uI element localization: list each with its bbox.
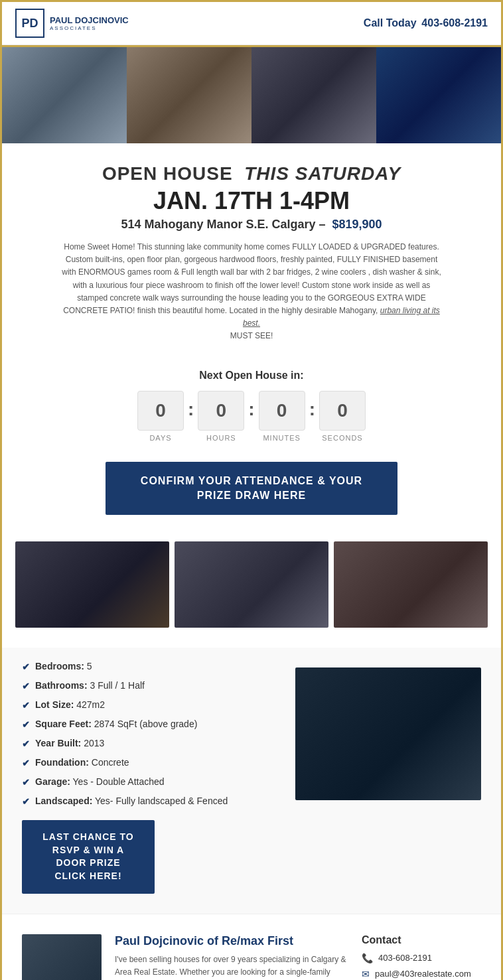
logo-name: Paul Dojcinovic xyxy=(50,15,129,26)
feature-year: ✔ Year Built: 2013 xyxy=(22,738,282,749)
photo-3 xyxy=(252,47,376,143)
check-icon-5: ✔ xyxy=(22,738,30,749)
check-icon-7: ✔ xyxy=(22,777,30,788)
interior-photo-1 xyxy=(15,541,169,628)
call-label: Call Today xyxy=(364,17,417,29)
contact-email: ✉ paul@403realestate.com xyxy=(362,969,481,979)
email-icon: ✉ xyxy=(362,969,370,979)
must-see: MUST SEE! xyxy=(230,331,273,340)
rsvp-button[interactable]: LAST CHANCE TO RSVP & WIN A DOOR PRIZE C… xyxy=(22,820,155,893)
days-label: DAYS xyxy=(149,434,171,442)
header: PD Paul Dojcinovic Associates Call Today… xyxy=(2,2,501,45)
feature-lot-size: ✔ Lot Size: 427m2 xyxy=(22,699,282,711)
interior-photos xyxy=(2,535,501,648)
interior-photo-3 xyxy=(334,541,488,628)
logo-area: PD Paul Dojcinovic Associates xyxy=(15,9,129,38)
contact-phone: 📞 403-608-2191 xyxy=(362,953,481,963)
agent-info: Paul Dojcinovic of Re/max First I've bee… xyxy=(115,934,348,980)
check-icon-2: ✔ xyxy=(22,681,30,691)
countdown-title: Next Open House in: xyxy=(2,370,501,382)
contact-title: Contact xyxy=(362,934,481,946)
feature-bathrooms: ✔ Bathrooms: 3 Full / 1 Half xyxy=(22,680,282,691)
open-house-title: OPEN HOUSE THIS SATURDAY xyxy=(15,163,488,184)
logo-box: PD xyxy=(15,9,44,38)
minutes-value: 0 xyxy=(259,391,305,431)
phone-icon: 📞 xyxy=(362,953,373,963)
contact-email-address[interactable]: paul@403realestate.com xyxy=(375,969,471,979)
logo-letter: PD xyxy=(21,17,38,31)
check-icon-1: ✔ xyxy=(22,662,30,672)
this-saturday: THIS SATURDAY xyxy=(244,163,401,184)
minutes-box: 0 MINUTES xyxy=(259,391,305,442)
agent-section: Paul Dojcinovic of Re/max First I've bee… xyxy=(2,914,501,980)
countdown-section: Next Open House in: 0 DAYS : 0 HouRS : 0… xyxy=(2,356,501,449)
photo-4 xyxy=(376,47,501,143)
header-phone[interactable]: 403-608-2191 xyxy=(421,17,488,29)
hours-value: 0 xyxy=(198,391,244,431)
logo-subtitle: Associates xyxy=(50,25,129,31)
seconds-value: 0 xyxy=(319,391,366,431)
features-section: ✔ Bedrooms: 5 ✔ Bathrooms: 3 Full / 1 Ha… xyxy=(2,648,501,913)
agent-name: Paul Dojcinovic of Re/max First xyxy=(115,934,348,948)
feature-landscaped: ✔ Landscaped: Yes- Fully landscaped & Fe… xyxy=(22,796,282,807)
check-icon-4: ✔ xyxy=(22,719,30,730)
feature-property-photo xyxy=(295,667,481,800)
feature-bedrooms: ✔ Bedrooms: 5 xyxy=(22,661,282,672)
contact-section: Contact 📞 403-608-2191 ✉ paul@403realest… xyxy=(362,934,481,980)
hours-label: HouRS xyxy=(206,434,236,442)
feature-foundation: ✔ Foundation: Concrete xyxy=(22,757,282,768)
contact-phone-number[interactable]: 403-608-2191 xyxy=(378,953,432,963)
call-today: Call Today 403-608-2191 xyxy=(364,17,488,29)
seconds-box: 0 SECONDS xyxy=(319,391,366,442)
check-icon-6: ✔ xyxy=(22,758,30,768)
check-icon-8: ✔ xyxy=(22,796,30,807)
property-address: 514 Mahogany Manor S.E. Calgary – $819,9… xyxy=(15,218,488,232)
agent-photo xyxy=(22,934,102,980)
feature-sqft: ✔ Square Feet: 2874 SqFt (above grade) xyxy=(22,719,282,730)
days-value: 0 xyxy=(137,391,184,431)
hero-section: OPEN HOUSE THIS SATURDAY JAN. 17th 1-4PM… xyxy=(2,143,501,356)
days-box: 0 DAYS xyxy=(137,391,184,442)
check-icon-3: ✔ xyxy=(22,700,30,711)
event-date: JAN. 17th 1-4PM xyxy=(15,187,488,215)
photo-1 xyxy=(2,47,127,143)
confirm-attendance-button[interactable]: CONFIRM YOUR ATTENDANCE & YOUR PRIZE DRA… xyxy=(106,462,397,516)
countdown-boxes: 0 DAYS : 0 HouRS : 0 MINUTES : 0 SECONDS xyxy=(2,391,501,442)
property-price: $819,900 xyxy=(332,218,382,231)
feature-garage: ✔ Garage: Yes - Double Attached xyxy=(22,776,282,788)
cta-section: CONFIRM YOUR ATTENDANCE & YOUR PRIZE DRA… xyxy=(2,449,501,535)
seconds-label: SECONDS xyxy=(322,434,362,442)
features-list: ✔ Bedrooms: 5 ✔ Bathrooms: 3 Full / 1 Ha… xyxy=(22,661,282,893)
sep-3: : xyxy=(305,399,319,420)
hours-box: 0 HouRS xyxy=(198,391,244,442)
property-description: Home Sweet Home! This stunning lake comm… xyxy=(59,241,444,343)
photo-2 xyxy=(127,47,252,143)
interior-photo-2 xyxy=(175,541,328,628)
agent-description: I've been selling houses for over 9 year… xyxy=(115,953,348,980)
sep-2: : xyxy=(244,399,258,420)
photo-strip xyxy=(2,47,501,143)
minutes-label: MINUTES xyxy=(263,434,301,442)
sep-1: : xyxy=(184,399,198,420)
